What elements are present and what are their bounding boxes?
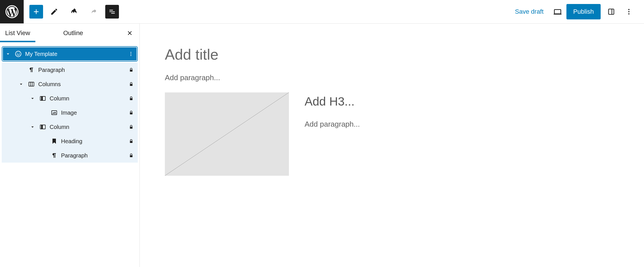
dots-vertical-icon: [128, 51, 134, 57]
redo-icon: [90, 7, 98, 16]
lock-icon: [125, 110, 138, 115]
tab-list-view[interactable]: List View: [0, 24, 35, 42]
chevron-down-icon[interactable]: [27, 124, 38, 130]
tree-label: Image: [59, 110, 125, 116]
tree-item-options[interactable]: [125, 51, 137, 57]
block-tree: My Template ParagraphColumnsColumnImageC…: [0, 42, 139, 166]
sidebar-icon: [607, 8, 615, 16]
tree-label: My Template: [23, 51, 125, 57]
tree-label: Column: [48, 95, 125, 102]
tree-label: Columns: [37, 81, 125, 88]
svg-point-11: [130, 53, 131, 54]
chevron-down-icon[interactable]: [16, 81, 26, 87]
document-overview-panel: List View Outline My Template Paragraph: [0, 24, 140, 267]
dots-vertical-icon: [625, 8, 633, 15]
svg-point-6: [628, 13, 629, 14]
lock-icon: [125, 67, 138, 72]
svg-point-7: [15, 51, 21, 57]
lock-icon: [125, 96, 138, 101]
tree-item-columns[interactable]: Columns: [2, 77, 138, 91]
toolbar-left-group: [24, 3, 119, 21]
tree-item-column[interactable]: Column: [2, 120, 138, 134]
list-view-icon: [108, 8, 116, 15]
editor-toolbar: Save draft Publish: [0, 0, 644, 24]
close-panel-button[interactable]: [126, 30, 133, 37]
editor-canvas[interactable]: Add title Add paragraph... Add H3... Add…: [140, 24, 644, 267]
post-title[interactable]: Add title: [165, 46, 619, 63]
options-button[interactable]: [620, 3, 638, 21]
columns-icon: [26, 81, 37, 88]
redo-button[interactable]: [85, 3, 103, 21]
lock-icon: [125, 153, 138, 158]
svg-rect-1: [554, 10, 561, 14]
svg-point-4: [628, 9, 629, 10]
image-block-placeholder[interactable]: [165, 92, 289, 176]
column-block-left[interactable]: [165, 92, 293, 176]
svg-point-5: [628, 11, 629, 12]
plus-icon: [32, 8, 40, 16]
tree-root-my-template[interactable]: My Template: [2, 47, 137, 61]
lock-icon: [125, 82, 138, 87]
toolbar-right-group: Save draft Publish: [510, 3, 644, 21]
chevron-down-icon[interactable]: [27, 96, 38, 101]
paragraph-block[interactable]: Add paragraph...: [305, 120, 433, 129]
lock-icon: [125, 124, 138, 130]
chevron-down-icon[interactable]: [3, 51, 13, 57]
undo-button[interactable]: [65, 3, 83, 21]
undo-icon: [70, 7, 78, 16]
column-block-right[interactable]: Add H3... Add paragraph...: [305, 92, 433, 129]
wordpress-icon: [5, 5, 19, 18]
editor-body: List View Outline My Template Paragraph: [0, 24, 644, 267]
paragraph-block[interactable]: Add paragraph...: [165, 73, 619, 82]
columns-block[interactable]: Add H3... Add paragraph...: [165, 92, 433, 176]
column-icon: [38, 95, 48, 102]
tree-label: Paragraph: [59, 152, 125, 159]
save-draft-button[interactable]: Save draft: [510, 8, 549, 15]
tree-item-paragraph[interactable]: Paragraph: [2, 63, 138, 77]
tree-item-column[interactable]: Column: [2, 91, 138, 106]
wordpress-logo[interactable]: [0, 0, 24, 23]
preview-button[interactable]: [549, 3, 566, 21]
svg-point-12: [130, 55, 131, 56]
column-icon: [38, 124, 48, 130]
svg-point-9: [19, 53, 20, 54]
image-icon: [49, 109, 59, 116]
publish-button[interactable]: Publish: [566, 4, 601, 19]
tree-label: Paragraph: [37, 67, 125, 73]
paragraph-icon: [26, 66, 37, 73]
svg-point-10: [130, 52, 131, 53]
heading-block[interactable]: Add H3...: [305, 95, 433, 108]
lock-icon: [125, 139, 138, 144]
document-overview-button[interactable]: [105, 5, 119, 19]
tree-label: Column: [48, 124, 125, 130]
device-icon: [553, 7, 562, 16]
settings-sidebar-button[interactable]: [602, 3, 620, 21]
tree-item-paragraph[interactable]: Paragraph: [2, 148, 138, 163]
svg-point-8: [17, 53, 18, 54]
pencil-icon: [50, 8, 58, 16]
template-icon: [13, 50, 23, 58]
svg-rect-2: [609, 9, 614, 15]
paragraph-icon: [49, 152, 59, 159]
heading-icon: [49, 138, 59, 145]
panel-tabs: List View Outline: [0, 24, 139, 42]
tools-button[interactable]: [45, 3, 63, 21]
block-inserter-button[interactable]: [29, 5, 43, 19]
tab-outline[interactable]: Outline: [58, 24, 88, 42]
close-icon: [126, 30, 133, 37]
tree-item-image[interactable]: Image: [2, 106, 138, 120]
tree-item-heading[interactable]: Heading: [2, 134, 138, 148]
tree-label: Heading: [59, 138, 125, 145]
